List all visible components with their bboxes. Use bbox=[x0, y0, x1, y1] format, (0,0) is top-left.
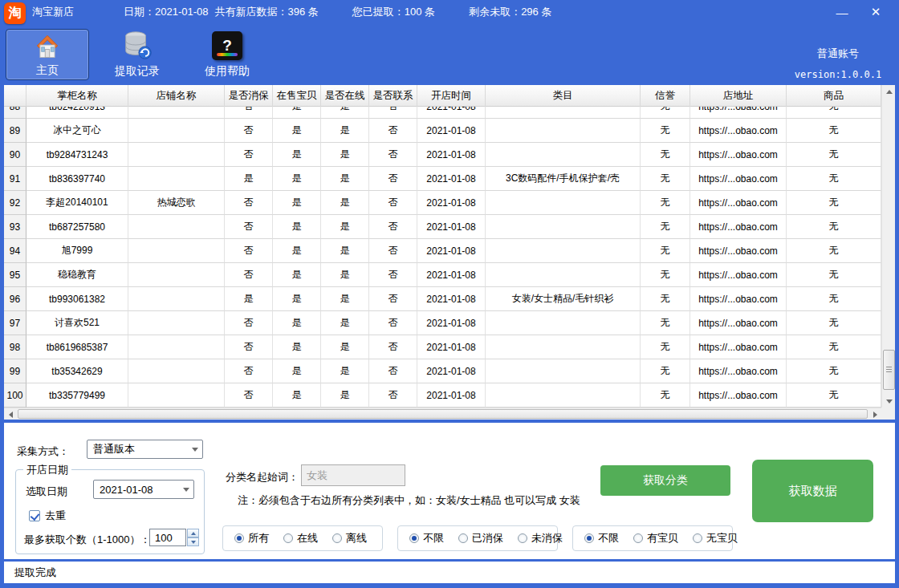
column-header[interactable]: 类目 bbox=[486, 85, 641, 107]
table-row[interactable]: 92李超20140101热城恋歌否是是否2021-01-08无https://.… bbox=[4, 191, 881, 215]
cell-goods: 无 bbox=[787, 359, 881, 383]
cell-category bbox=[486, 335, 641, 359]
table-row[interactable]: 96tb993061382是是是否2021-01-08女装/女士精品/毛针织衫无… bbox=[4, 287, 881, 311]
column-header[interactable]: 信誉 bbox=[641, 85, 690, 107]
cell-open_date: 2021-01-08 bbox=[417, 215, 486, 239]
cell-online: 是 bbox=[321, 119, 369, 143]
home-button[interactable]: 主页 bbox=[6, 29, 89, 80]
help-label: 使用帮助 bbox=[205, 64, 250, 79]
cell-selling: 是 bbox=[273, 143, 321, 167]
cell-open_date: 2021-01-08 bbox=[417, 167, 486, 191]
stepper-up-button[interactable] bbox=[187, 529, 199, 537]
radio-option[interactable]: 有宝贝 bbox=[633, 531, 678, 545]
scroll-up-button[interactable] bbox=[882, 85, 896, 98]
column-header[interactable]: 是否在线 bbox=[321, 85, 369, 107]
table-row[interactable]: 97讨喜欢521否是是否2021-01-08无https://...obao.c… bbox=[4, 311, 881, 335]
cell-insured: 否 bbox=[225, 335, 273, 359]
column-header[interactable]: 在售宝贝 bbox=[273, 85, 321, 107]
minimize-button[interactable]: — bbox=[825, 0, 859, 24]
column-header[interactable] bbox=[4, 85, 26, 107]
scroll-right-button[interactable] bbox=[868, 408, 881, 420]
cell-online: 是 bbox=[321, 311, 369, 335]
column-header[interactable]: 店铺名称 bbox=[128, 85, 225, 107]
column-header[interactable]: 掌柜名称 bbox=[26, 85, 128, 107]
cell-url: https://...obao.com bbox=[690, 335, 787, 359]
get-category-button[interactable]: 获取分类 bbox=[600, 465, 730, 496]
radio-option[interactable]: 所有 bbox=[234, 531, 269, 545]
table-row[interactable]: 91tb836397740是是是否2021-01-083C数码配件/手机保护套/… bbox=[4, 167, 881, 191]
radio-option[interactable]: 无宝贝 bbox=[693, 531, 738, 545]
cell-goods: 无 bbox=[787, 167, 881, 191]
column-header[interactable]: 店地址 bbox=[690, 85, 787, 107]
account-block: 普通账号 version:1.0.0.1 bbox=[790, 47, 886, 80]
cell-selling: 是 bbox=[273, 215, 321, 239]
table-row[interactable]: 95稳稳教育否是是否2021-01-08无https://...obao.com… bbox=[4, 263, 881, 287]
row-number: 96 bbox=[4, 287, 26, 311]
help-button[interactable]: ? 使用帮助 bbox=[185, 29, 269, 80]
cell-category: 女装/女士精品/毛针织衫 bbox=[486, 287, 641, 311]
pick-date-dropdown[interactable]: 2021-01-08 bbox=[93, 480, 194, 499]
radio-option[interactable]: 在线 bbox=[283, 531, 318, 545]
dedupe-checkbox[interactable]: 去重 bbox=[29, 509, 66, 523]
cell-open_date: 2021-01-08 bbox=[417, 239, 486, 263]
arrow-up-icon bbox=[886, 90, 893, 94]
cell-open_date: 2021-01-08 bbox=[417, 311, 486, 335]
vertical-scrollbar[interactable] bbox=[881, 85, 895, 408]
column-header[interactable]: 商品 bbox=[787, 85, 881, 107]
max-count-stepper[interactable]: 100 bbox=[149, 529, 199, 546]
column-header[interactable]: 是否联系 bbox=[369, 85, 417, 107]
table-row[interactable]: 98tb8619685387否是是否2021-01-08无https://...… bbox=[4, 335, 881, 359]
cell-goods: 无 bbox=[787, 287, 881, 311]
max-count-value[interactable]: 100 bbox=[149, 529, 186, 546]
table-row[interactable]: 90tb9284731243否是是否2021-01-08无https://...… bbox=[4, 143, 881, 167]
table-row[interactable]: 100tb335779499否是是否2021-01-08无https://...… bbox=[4, 383, 881, 408]
records-label: 提取记录 bbox=[115, 64, 160, 79]
row-number: 94 bbox=[4, 239, 26, 263]
cell-open_date: 2021-01-08 bbox=[417, 143, 486, 167]
taobao-logo-char: 淘 bbox=[9, 5, 22, 22]
account-type: 普通账号 bbox=[790, 47, 886, 61]
table-row[interactable]: 94旭7999否是是否2021-01-08无https://...obao.co… bbox=[4, 239, 881, 263]
radio-option[interactable]: 不限 bbox=[409, 531, 444, 545]
table-body: 88tb624220913否是是否2021-01-08无https://...o… bbox=[4, 107, 881, 408]
close-button[interactable]: ✕ bbox=[859, 0, 893, 24]
cell-goods: 无 bbox=[787, 383, 881, 408]
table-row[interactable]: 88tb624220913否是是否2021-01-08无https://...o… bbox=[4, 107, 881, 119]
table-row[interactable]: 99tb35342629否是是否2021-01-08无https://...ob… bbox=[4, 359, 881, 383]
cell-url: https://...obao.com bbox=[690, 311, 787, 335]
stepper-down-button[interactable] bbox=[187, 537, 199, 546]
table-row[interactable]: 93tb687257580否是是否2021-01-08无https://...o… bbox=[4, 215, 881, 239]
scroll-down-button[interactable] bbox=[882, 395, 896, 408]
cell-url: https://...obao.com bbox=[690, 239, 787, 263]
cell-owner: 讨喜欢521 bbox=[26, 311, 128, 335]
radio-group: 所有在线离线 bbox=[222, 525, 383, 551]
category-prefix-input[interactable] bbox=[301, 464, 405, 486]
cell-shop bbox=[128, 359, 225, 383]
records-button[interactable]: 提取记录 bbox=[96, 29, 179, 80]
scroll-left-button[interactable] bbox=[4, 408, 17, 420]
radio-option[interactable]: 未消保 bbox=[518, 531, 563, 545]
column-header[interactable]: 是否消保 bbox=[225, 85, 273, 107]
horizontal-scrollbar[interactable] bbox=[4, 408, 881, 420]
radio-option[interactable]: 离线 bbox=[332, 531, 367, 545]
cell-credit: 无 bbox=[641, 335, 690, 359]
radio-option[interactable]: 已消保 bbox=[458, 531, 503, 545]
radio-label: 不限 bbox=[423, 531, 444, 545]
row-number: 97 bbox=[4, 311, 26, 335]
vertical-scroll-thumb[interactable] bbox=[883, 350, 895, 390]
radio-option[interactable]: 不限 bbox=[584, 531, 619, 545]
radio-label: 有宝贝 bbox=[647, 531, 678, 545]
cell-insured: 否 bbox=[225, 191, 273, 215]
get-data-button[interactable]: 获取数据 bbox=[752, 460, 873, 522]
horizontal-scroll-thumb[interactable] bbox=[18, 409, 868, 419]
cell-url: https://...obao.com bbox=[690, 191, 787, 215]
cell-url: https://...obao.com bbox=[690, 383, 787, 408]
column-header[interactable]: 开店时间 bbox=[417, 85, 486, 107]
collect-method-dropdown[interactable]: 普通版本 bbox=[87, 440, 203, 459]
table-row[interactable]: 89冰中之可心否是是否2021-01-08无https://...obao.co… bbox=[4, 119, 881, 143]
radio-label: 未消保 bbox=[531, 531, 563, 545]
cell-credit: 无 bbox=[641, 287, 690, 311]
cell-owner: 李超20140101 bbox=[26, 191, 128, 215]
cell-online: 是 bbox=[321, 263, 369, 287]
radio-icon bbox=[458, 533, 468, 543]
